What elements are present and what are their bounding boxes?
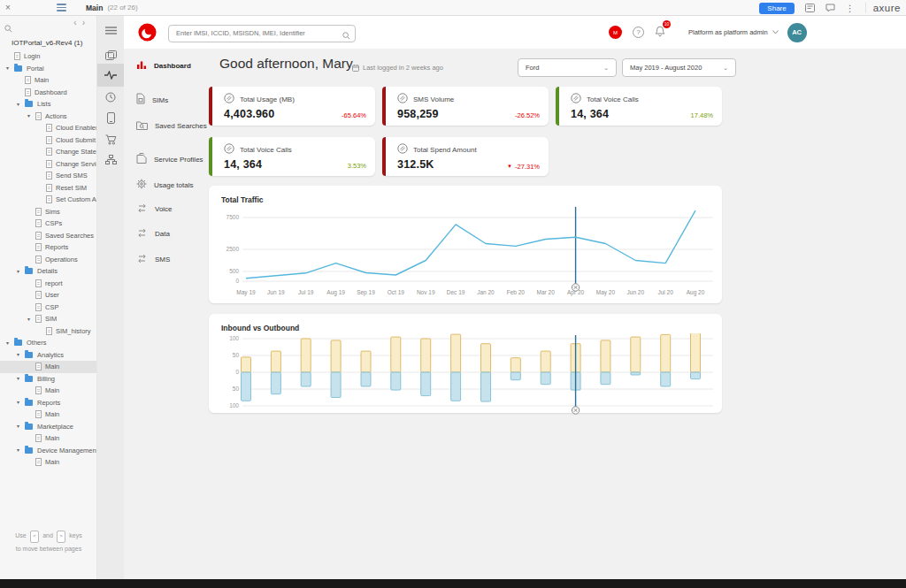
- tree-item[interactable]: Sims: [0, 206, 97, 218]
- account-filter-value: Ford: [526, 64, 539, 72]
- expand-arrow-icon[interactable]: ▾: [17, 269, 25, 274]
- page-icon: [35, 208, 42, 216]
- tree-item[interactable]: ▾Lists: [0, 98, 97, 111]
- tree-item[interactable]: CSP: [0, 302, 97, 314]
- date-range-value: May 2019 - August 2020: [630, 64, 702, 72]
- share-button[interactable]: Share: [759, 3, 794, 14]
- tree-item[interactable]: Login: [0, 50, 97, 63]
- kpi-value: 312.5K: [397, 158, 434, 171]
- tree-item[interactable]: ▾Marketplace: [0, 421, 97, 433]
- tree-item[interactable]: ▾Actions: [0, 111, 97, 123]
- help-icon[interactable]: ?: [633, 27, 644, 38]
- close-icon[interactable]: ×: [0, 3, 16, 12]
- tree-item[interactable]: Change State: [0, 146, 97, 158]
- page-prev-next-icons[interactable]: ‹›: [73, 18, 90, 27]
- tree-item[interactable]: ▾Reports: [0, 397, 97, 409]
- tree-item-label: Operations: [45, 256, 78, 263]
- tree-item[interactable]: Set Custom Attributes: [0, 194, 97, 206]
- global-search-input[interactable]: [168, 25, 356, 42]
- kpi-metric-icon: [397, 93, 408, 105]
- avatar[interactable]: AC: [787, 23, 807, 42]
- kpi-change: -65.64%: [342, 111, 366, 119]
- svg-text:Jun 19: Jun 19: [267, 289, 285, 295]
- expand-arrow-icon[interactable]: ▾: [27, 113, 35, 118]
- interactions-pulse-icon[interactable]: [97, 64, 124, 87]
- tree-item[interactable]: Main: [0, 361, 97, 373]
- folder-icon: [14, 340, 23, 346]
- tree-item[interactable]: ▾Analytics: [0, 349, 97, 362]
- search-icon: [342, 27, 350, 43]
- kpi-accent-bar: [209, 87, 212, 126]
- account-filter-select[interactable]: Ford ⌄: [518, 58, 617, 77]
- total-traffic-chart[interactable]: 050025007500May 19Jun 19Jul 19Aug 19Sep …: [212, 205, 718, 304]
- page-icon: [35, 112, 42, 120]
- tree-item[interactable]: Main: [0, 432, 97, 445]
- tree-item[interactable]: User: [0, 289, 97, 302]
- tree-item[interactable]: Operations: [0, 254, 97, 266]
- tree-item-label: Device Management: [37, 447, 97, 454]
- tree-item[interactable]: Saved Searches: [0, 230, 97, 242]
- tree-item[interactable]: Main: [0, 74, 97, 87]
- svg-text:Nov 19: Nov 19: [417, 289, 435, 295]
- tree-item-label: Reports: [37, 399, 60, 407]
- chevron-down-icon: [772, 30, 779, 34]
- page-icon: [46, 195, 52, 203]
- device-icon[interactable]: [97, 106, 124, 129]
- expand-arrow-icon[interactable]: ▾: [17, 424, 25, 429]
- tree-item[interactable]: Send SMS: [0, 170, 97, 182]
- expand-arrow-icon[interactable]: ▾: [17, 352, 25, 357]
- greeting-title: Good afternoon, Mary: [219, 56, 353, 72]
- tree-item[interactable]: report: [0, 278, 97, 290]
- tree-item[interactable]: Cloud Submit Op: [0, 134, 97, 147]
- comments-icon[interactable]: [825, 4, 835, 12]
- expand-arrow-icon[interactable]: ▾: [27, 317, 35, 322]
- tree-item[interactable]: ▾SIM: [0, 313, 97, 325]
- svg-text:Aug 19: Aug 19: [326, 289, 345, 296]
- tree-item[interactable]: ▾Details: [0, 265, 97, 278]
- expand-arrow-icon[interactable]: ▾: [17, 400, 25, 405]
- tree-item[interactable]: Main: [0, 409, 97, 421]
- kpi-cards: Total Usage (MB)4,403.960-65.64%SMS Volu…: [209, 87, 726, 176]
- expand-arrow-icon[interactable]: ▾: [6, 340, 14, 346]
- tree-item[interactable]: SIM_history: [0, 325, 97, 338]
- pages-panel-toggle-icon[interactable]: [57, 4, 66, 11]
- app-body: DashboardSIMsSaved SearchesService Profi…: [124, 49, 906, 579]
- tree-item[interactable]: Main: [0, 456, 97, 469]
- expand-arrow-icon[interactable]: ▾: [17, 447, 25, 453]
- tree-item[interactable]: ▾Others: [0, 337, 97, 349]
- tree-item[interactable]: ▾Portal: [0, 63, 97, 75]
- tree-item[interactable]: Reset SIM: [0, 182, 97, 195]
- trend-down-icon: ▼: [507, 164, 512, 169]
- tree-item[interactable]: CSPs: [0, 218, 97, 230]
- expand-arrow-icon[interactable]: ▾: [6, 65, 14, 71]
- tree-item[interactable]: Dashboard: [0, 87, 97, 99]
- account-menu[interactable]: Platform as platform admin: [688, 28, 779, 36]
- kpi-change: 3.53%: [348, 162, 366, 170]
- date-range-select[interactable]: May 2019 - August 2020 ⌄: [622, 58, 736, 77]
- notifications-bell-icon[interactable]: 10: [655, 25, 665, 41]
- expand-arrow-icon[interactable]: ▾: [17, 102, 25, 107]
- tree-item[interactable]: ▾Device Management: [0, 445, 97, 457]
- more-options-icon[interactable]: ⋮: [846, 4, 855, 13]
- tree-item[interactable]: Cloud Enablement: [0, 122, 97, 134]
- tree-item-label: Main: [45, 434, 59, 442]
- tree-item[interactable]: ▾Billing: [0, 373, 97, 386]
- expand-arrow-icon[interactable]: ▾: [17, 376, 25, 381]
- app-header: M ? 10 Platform as platform admin AC: [124, 16, 906, 49]
- alert-status-icon[interactable]: M: [609, 26, 622, 39]
- search-icon[interactable]: [4, 20, 12, 36]
- page-icon: [35, 243, 42, 251]
- panel-title: Total Traffic: [209, 186, 722, 204]
- inbound-outbound-chart[interactable]: 10050050100: [212, 333, 718, 418]
- vodafone-logo: [138, 23, 157, 42]
- tree-item[interactable]: Main: [0, 385, 97, 397]
- menu-icon[interactable]: [97, 19, 124, 42]
- page-title: Main: [86, 4, 103, 12]
- tree-item-label: Sims: [45, 208, 60, 216]
- tree-item[interactable]: Change Service Profile: [0, 158, 97, 171]
- sitemap-icon[interactable]: [97, 148, 124, 171]
- tree-item[interactable]: Reports: [0, 241, 97, 254]
- page-icon: [35, 434, 42, 442]
- console-panel-icon[interactable]: [805, 4, 815, 12]
- topbar-actions: Share ⋮ axure: [759, 0, 901, 16]
